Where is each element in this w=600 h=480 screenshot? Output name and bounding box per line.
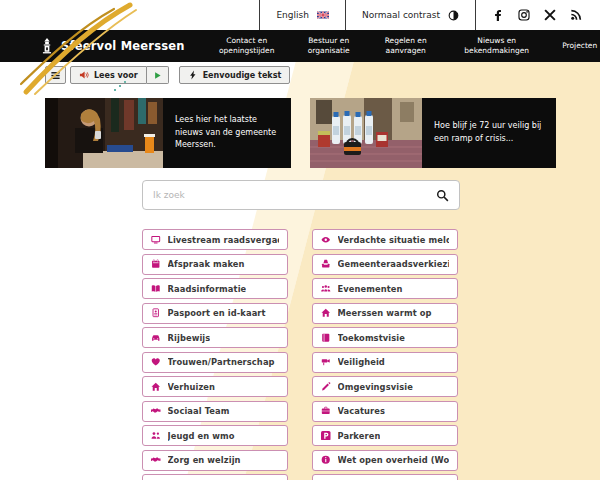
- tower-icon: [40, 38, 54, 55]
- contrast-icon: [448, 10, 459, 21]
- news-card-text: Hoe blijf je 72 uur veilig bij een ramp …: [422, 98, 556, 168]
- speaker-icon: [79, 70, 89, 80]
- people-icon: [151, 431, 161, 441]
- link-zorg-welzijn[interactable]: Zorg en welzijn: [142, 450, 288, 471]
- handshake-icon: [151, 455, 161, 465]
- link-partial-right[interactable]: [312, 474, 458, 480]
- news-card-latest-news[interactable]: Lees hier het laatste nieuws van de geme…: [45, 98, 291, 168]
- security-camera-icon: [321, 357, 331, 367]
- social-links: [475, 0, 600, 30]
- news-image-cafe: [45, 98, 163, 168]
- quick-links-right: Verdachte situatie melden Gemeenteraadsv…: [312, 229, 458, 480]
- pencil-icon: [321, 382, 331, 392]
- facebook-icon[interactable]: [492, 9, 504, 21]
- monitor-icon: [151, 235, 161, 245]
- link-verkiezingen[interactable]: Gemeenteraadsverkiezingen ...: [312, 254, 458, 275]
- lightning-icon: [188, 70, 198, 80]
- handshake-icon: [151, 406, 161, 416]
- briefcase-icon: [321, 406, 331, 416]
- contrast-toggle[interactable]: Normaal contrast: [345, 0, 475, 30]
- book-icon: [321, 333, 331, 343]
- group-icon: [321, 284, 331, 294]
- link-omgevingsvisie[interactable]: Omgevingsvisie: [312, 376, 458, 397]
- simple-text-label: Eenvoudige tekst: [203, 71, 282, 80]
- link-warmt-op[interactable]: Meerssen warmt op: [312, 303, 458, 324]
- parking-icon: [321, 431, 331, 441]
- reader-menu-button[interactable]: [45, 66, 66, 84]
- simple-text-button[interactable]: Eenvoudige tekst: [179, 66, 291, 84]
- rss-icon[interactable]: [570, 9, 582, 21]
- link-livestream[interactable]: Livestream raadsvergadering 1...: [142, 229, 288, 250]
- link-toekomstvisie[interactable]: Toekomstvisie: [312, 327, 458, 348]
- nav-regelen[interactable]: Regelen en aanvragen: [375, 36, 437, 56]
- calendar-icon: [151, 259, 161, 269]
- link-evenementen[interactable]: Evenementen: [312, 278, 458, 299]
- link-trouwen[interactable]: Trouwen/Partnerschap: [142, 352, 288, 373]
- instagram-icon[interactable]: [518, 9, 530, 21]
- listen-label: Lees voor: [94, 71, 138, 80]
- hamburger-icon: [50, 70, 61, 81]
- heart-icon: [151, 357, 161, 367]
- link-sociaal-team[interactable]: Sociaal Team: [142, 401, 288, 422]
- search-input[interactable]: [143, 190, 426, 200]
- x-twitter-icon[interactable]: [544, 9, 556, 21]
- id-card-icon: [151, 308, 161, 318]
- link-jeugd-wmo[interactable]: Jeugd en wmo: [142, 425, 288, 446]
- site-title: Sfeervol Meerssen: [61, 39, 185, 53]
- house-icon: [151, 382, 161, 392]
- ballot-icon: [321, 259, 331, 269]
- link-raadsinformatie[interactable]: Raadsinformatie: [142, 278, 288, 299]
- link-partial-left[interactable]: [142, 474, 288, 480]
- search-submit-icon[interactable]: [426, 189, 459, 202]
- quick-links-left: Livestream raadsvergadering 1... Afspraa…: [142, 229, 288, 480]
- main-nav: Contact en openingstijden Bestuur en org…: [211, 36, 600, 56]
- open-book-icon: [151, 284, 161, 294]
- news-card-text: Lees hier het laatste nieuws van de geme…: [163, 98, 291, 168]
- link-veiligheid[interactable]: Veiligheid: [312, 352, 458, 373]
- news-image-emergency-kit: [310, 98, 422, 168]
- link-verdachte-situatie[interactable]: Verdachte situatie melden: [312, 229, 458, 250]
- site-search: [142, 180, 460, 210]
- listen-button[interactable]: Lees voor: [70, 66, 147, 84]
- car-icon: [151, 333, 161, 343]
- utility-bar: English Normaal contrast: [0, 0, 600, 30]
- nav-contact[interactable]: Contact en openingstijden: [211, 36, 283, 56]
- page: English Normaal contrast Sfeervol Meerss…: [0, 0, 600, 480]
- nav-projecten[interactable]: Projecten: [557, 41, 600, 51]
- eye-icon: [321, 235, 331, 245]
- site-logo[interactable]: Sfeervol Meerssen: [40, 38, 185, 55]
- link-parkeren[interactable]: Parkeren: [312, 425, 458, 446]
- link-afspraak-maken[interactable]: Afspraak maken: [142, 254, 288, 275]
- link-paspoort[interactable]: Paspoort en id-kaart: [142, 303, 288, 324]
- uk-flag-icon: [317, 9, 329, 21]
- link-rijbewijs[interactable]: Rijbewijs: [142, 327, 288, 348]
- news-card-emergency[interactable]: Hoe blijf je 72 uur veilig bij een ramp …: [310, 98, 556, 168]
- play-button[interactable]: [147, 66, 169, 84]
- nav-nieuws[interactable]: Nieuws en bekendmakingen: [452, 36, 542, 56]
- nav-bestuur[interactable]: Bestuur en organisatie: [298, 36, 360, 56]
- play-icon: [153, 71, 162, 80]
- link-vacatures[interactable]: Vacatures: [312, 401, 458, 422]
- link-woo[interactable]: Wet open overheid (Woo): [312, 450, 458, 471]
- reader-toolbar: Lees voor Eenvoudige tekst: [45, 66, 290, 84]
- link-verhuizen[interactable]: Verhuizen: [142, 376, 288, 397]
- contrast-label: Normaal contrast: [362, 10, 440, 20]
- info-icon: [321, 455, 331, 465]
- language-label: English: [276, 10, 309, 20]
- main-header: Sfeervol Meerssen Contact en openingstij…: [0, 30, 600, 62]
- house-icon: [321, 308, 331, 318]
- language-switch[interactable]: English: [259, 0, 345, 30]
